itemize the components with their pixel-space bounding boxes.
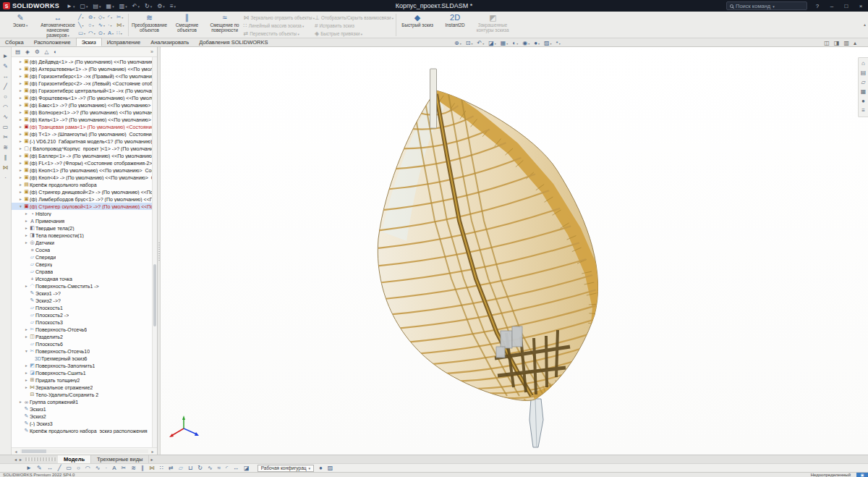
tree-item[interactable]: ◩ Поверхность-Заполнить1 <box>12 362 152 369</box>
slot-tool-button[interactable]: ⊖ <box>88 14 95 20</box>
expand-arrow-icon[interactable] <box>18 132 23 136</box>
smart-dimension-icon[interactable]: ↔ <box>47 465 53 472</box>
section-view-icon[interactable]: ◪ <box>244 465 250 472</box>
expand-arrow-icon[interactable] <box>18 400 23 404</box>
expand-arrow-icon[interactable] <box>18 175 23 180</box>
featuremanager-toggle-icon[interactable]: ◫ <box>824 40 830 46</box>
fillet-tool-button[interactable]: ◜ <box>108 14 114 20</box>
expand-arrow-icon[interactable] <box>18 67 23 71</box>
command-tab[interactable]: Исправление <box>102 38 145 46</box>
tree-item[interactable]: ▣ (-) VD6.210_Габаритная модель<1? (По у… <box>12 138 152 145</box>
view-settings-icon[interactable]: * <box>556 40 561 46</box>
status-badge[interactable]: ▣ <box>856 473 868 477</box>
tree-item[interactable]: ▣ (ф) Дейдвуд<1> -> (По умолчанию) <<По … <box>12 58 152 65</box>
mirror-icon[interactable]: ⋈ <box>149 465 155 472</box>
rectangle-icon[interactable]: ▭ <box>3 124 9 130</box>
expand-arrow-icon[interactable] <box>18 190 23 194</box>
expand-arrow-icon[interactable] <box>18 96 23 100</box>
tree-item[interactable]: ✎ Эскиз2 <box>12 413 152 420</box>
expand-arrow-icon[interactable] <box>18 153 23 158</box>
tree-item[interactable]: ◎ Датчики <box>12 239 152 246</box>
tree-vertical-scrollbar[interactable] <box>152 57 157 447</box>
command-tab[interactable]: Анализировать <box>145 38 194 46</box>
ribbon-button[interactable]: ≈ Смещение по поверхности <box>206 12 244 38</box>
smart-dimension-icon[interactable]: ↔ <box>3 73 9 80</box>
appearances-tab-icon[interactable]: ● <box>861 98 865 104</box>
scrollbar-thumb[interactable] <box>22 449 46 453</box>
expand-arrow-icon[interactable] <box>24 363 29 368</box>
configuration-select[interactable]: Рабочая конфигурац <box>258 465 314 472</box>
command-tab[interactable]: Эскиз <box>76 38 102 46</box>
boat-3d-model[interactable] <box>161 47 868 455</box>
fillet-icon[interactable]: ◜ <box>226 465 228 472</box>
view-orientation-icon[interactable]: ▦ <box>501 40 509 46</box>
sweep-icon[interactable]: ∿ <box>208 465 213 472</box>
point-icon[interactable]: · <box>106 465 108 472</box>
tree-item[interactable]: ⊞ Придать толщину2 <box>12 376 152 384</box>
scene-icon[interactable]: ▨ <box>328 465 333 472</box>
expand-arrow-icon[interactable] <box>24 240 29 245</box>
trim-tool-button[interactable]: ✂ <box>116 14 124 20</box>
file-properties-button[interactable]: ≡ <box>170 3 176 9</box>
minimize-button[interactable]: – <box>827 3 836 9</box>
ribbon-button[interactable]: ◆ Быстрый эскиз <box>399 12 436 38</box>
command-tab[interactable]: Расположение <box>29 38 76 46</box>
linear-pattern-tool-button[interactable]: ∷ <box>116 30 124 36</box>
circle-icon[interactable]: ○ <box>77 465 80 472</box>
tree-item[interactable]: ◪ Поверхность-Сшить1 <box>12 369 152 376</box>
scrollbar-track[interactable] <box>20 449 148 453</box>
spline-icon[interactable]: ∿ <box>3 114 8 120</box>
tree-item[interactable]: ▣ (ф) Волнорез<1> ->? (По умолчанию) <<П… <box>12 109 152 116</box>
tab-scroll-right-icon[interactable]: ▸ <box>18 455 23 463</box>
convert-entities-icon[interactable]: ≋ <box>3 144 8 151</box>
tree-item[interactable]: A Примечания <box>12 217 152 224</box>
circle-tool-button[interactable]: ○ <box>88 22 95 28</box>
expand-arrow-icon[interactable] <box>18 59 23 64</box>
tree-item[interactable]: ▣ (ф) Транцевая рама<1> (По умолчанию) <… <box>12 123 152 130</box>
rudder[interactable] <box>529 399 543 447</box>
options-gear-button[interactable]: ⚙ <box>157 3 165 9</box>
ribbon-button[interactable]: ∥ Смещение объектов <box>169 12 206 38</box>
zoom-area-icon[interactable]: ⊡ <box>466 40 473 46</box>
tree-item[interactable]: ▣ (ф) Стрингер днищевой<2> -> (По умолча… <box>12 188 152 195</box>
tree-item[interactable]: ▤ Крепёж продольного набора <box>12 181 152 188</box>
scroll-left-icon[interactable]: ◂ <box>13 449 19 454</box>
expand-arrow-icon[interactable] <box>24 233 29 237</box>
arc-icon[interactable]: ◠ <box>85 465 90 472</box>
tab-scroll-strip[interactable] <box>25 457 56 461</box>
expand-arrow-icon[interactable] <box>18 117 23 122</box>
tree-item[interactable]: ✎ Крепёж продольного набора_эскиз распол… <box>12 427 152 434</box>
tree-item[interactable]: ▣ (ф) Горизонтиберс<2> ->x (Левый) <Сост… <box>12 80 152 87</box>
expand-arrow-icon[interactable] <box>18 161 23 165</box>
tree-item[interactable]: ✎ (-) Эскиз3 <box>12 420 152 427</box>
linear-pattern-icon[interactable]: ∷ <box>160 465 163 472</box>
zoom-fit-icon[interactable]: ⊕ <box>454 40 461 46</box>
expand-arrow-icon[interactable] <box>18 124 23 129</box>
mirror-tool-button[interactable]: ⋈ <box>116 22 124 28</box>
tree-item[interactable]: ✎ Эскиз2 ->? <box>12 297 152 304</box>
expand-arrow-icon[interactable] <box>18 197 23 201</box>
tree-item[interactable]: ▣ (ф) Горизонтиберс центральный<1> ->x (… <box>12 87 152 94</box>
ellipse-tool-button[interactable]: ⊙ <box>98 30 105 36</box>
display-pane-icon[interactable]: ◨ <box>834 40 840 46</box>
appearance-icon[interactable]: ● <box>534 40 540 46</box>
revolve-icon[interactable]: ↻ <box>197 465 203 472</box>
tree-item[interactable]: ◔ History <box>12 210 152 217</box>
home-icon[interactable]: ⌂ <box>861 61 865 67</box>
ribbon-collapse-icon[interactable]: ▴ <box>864 22 866 27</box>
expand-arrow-icon[interactable] <box>24 284 29 288</box>
expand-arrow-icon[interactable] <box>18 182 23 187</box>
tree-item[interactable]: ▱ Плоскость2 -> <box>12 311 152 318</box>
custom-properties-icon[interactable]: ≡ <box>861 108 865 114</box>
tree-item[interactable]: ▣ (ф) Горизонтиберс<1> ->x (Правый) <<По… <box>12 72 152 80</box>
measure-icon[interactable]: ↔ <box>233 465 239 472</box>
tree-item[interactable]: ◫ Разделить2 <box>12 333 152 340</box>
view-palette-icon[interactable]: ▦ <box>861 89 867 95</box>
move-entities-icon[interactable]: ⇄ <box>169 465 174 472</box>
ribbon-button[interactable]: ✎ Эскиз <box>1 12 39 38</box>
expand-arrow-icon[interactable] <box>24 219 29 223</box>
displaymanager-tab-icon[interactable]: ◐ <box>54 48 57 55</box>
tree-item[interactable]: ▣ (ф) Кноп<4> -> (По умолчанию) <<По умо… <box>12 174 152 181</box>
expand-arrow-icon[interactable] <box>18 110 23 114</box>
sketch-icon[interactable]: ✎ <box>37 465 42 472</box>
